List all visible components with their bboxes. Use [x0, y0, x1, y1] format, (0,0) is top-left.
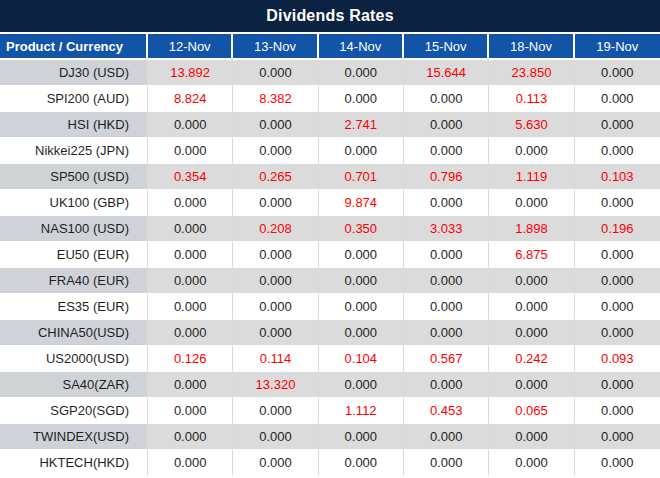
table-row: FRA40 (EUR)0.0000.0000.0000.0000.0000.00… [0, 268, 660, 294]
table-row: SA40(ZAR)0.00013.3200.0000.0000.0000.000 [0, 372, 660, 398]
value-cell: 0.000 [404, 242, 489, 268]
value-cell: 0.000 [148, 268, 233, 294]
header-date-col-3: 14-Nov [319, 34, 404, 60]
value-cell: 0.000 [489, 294, 574, 320]
value-cell: 0.000 [404, 424, 489, 450]
table-row: UK100 (GBP)0.0000.0009.8740.0000.0000.00… [0, 190, 660, 216]
value-cell: 0.000 [148, 190, 233, 216]
product-cell: HKTECH(HKD) [0, 450, 148, 476]
table-row: SGP20(SGD)0.0000.0001.1120.4530.0650.000 [0, 398, 660, 424]
value-cell: 0.000 [404, 138, 489, 164]
product-cell: SGP20(SGD) [0, 398, 148, 424]
value-cell: 0.000 [404, 112, 489, 138]
value-cell: 0.000 [233, 268, 318, 294]
value-cell: 0.000 [233, 138, 318, 164]
header-date-col-4: 15-Nov [404, 34, 489, 60]
table-row: HSI (HKD)0.0000.0002.7410.0005.6300.000 [0, 112, 660, 138]
value-cell: 0.453 [404, 398, 489, 424]
value-cell: 0.242 [489, 346, 574, 372]
value-cell: 0.000 [319, 60, 404, 86]
product-cell: ES35 (EUR) [0, 294, 148, 320]
header-row: Product / Currency12-Nov13-Nov14-Nov15-N… [0, 34, 660, 60]
value-cell: 8.824 [148, 86, 233, 112]
value-cell: 0.000 [233, 424, 318, 450]
value-cell: 0.000 [148, 372, 233, 398]
value-cell: 0.000 [148, 320, 233, 346]
value-cell: 0.796 [404, 164, 489, 190]
value-cell: 0.000 [233, 398, 318, 424]
value-cell: 8.382 [233, 86, 318, 112]
value-cell: 0.000 [148, 242, 233, 268]
dividends-rates-widget: Dividends Rates Product / Currency12-Nov… [0, 0, 660, 476]
value-cell: 0.354 [148, 164, 233, 190]
value-cell: 0.000 [575, 372, 660, 398]
value-cell: 0.126 [148, 346, 233, 372]
product-cell: HSI (HKD) [0, 112, 148, 138]
value-cell: 0.000 [148, 216, 233, 242]
value-cell: 0.000 [404, 86, 489, 112]
value-cell: 0.000 [233, 60, 318, 86]
value-cell: 0.000 [575, 86, 660, 112]
table-row: TWINDEX(USD)0.0000.0000.0000.0000.0000.0… [0, 424, 660, 450]
table-row: US2000(USD)0.1260.1140.1040.5670.2420.09… [0, 346, 660, 372]
header-date-col-2: 13-Nov [233, 34, 318, 60]
table-row: EU50 (EUR)0.0000.0000.0000.0006.8750.000 [0, 242, 660, 268]
value-cell: 0.000 [575, 320, 660, 346]
product-cell: SPI200 (AUD) [0, 86, 148, 112]
table-row: NAS100 (USD)0.0000.2080.3503.0331.8980.1… [0, 216, 660, 242]
value-cell: 15.644 [404, 60, 489, 86]
header-product-currency: Product / Currency [0, 34, 148, 60]
value-cell: 0.000 [489, 138, 574, 164]
value-cell: 0.000 [233, 294, 318, 320]
value-cell: 5.630 [489, 112, 574, 138]
dividends-table: Product / Currency12-Nov13-Nov14-Nov15-N… [0, 34, 660, 476]
value-cell: 0.103 [575, 164, 660, 190]
value-cell: 0.000 [575, 398, 660, 424]
value-cell: 0.000 [575, 294, 660, 320]
value-cell: 0.000 [148, 398, 233, 424]
value-cell: 0.000 [575, 190, 660, 216]
header-date-col-5: 18-Nov [489, 34, 574, 60]
value-cell: 0.000 [575, 268, 660, 294]
value-cell: 0.000 [489, 450, 574, 476]
table-row: CHINA50(USD)0.0000.0000.0000.0000.0000.0… [0, 320, 660, 346]
value-cell: 0.350 [319, 216, 404, 242]
value-cell: 0.000 [148, 294, 233, 320]
value-cell: 0.000 [319, 424, 404, 450]
value-cell: 0.000 [575, 450, 660, 476]
value-cell: 0.104 [319, 346, 404, 372]
value-cell: 0.000 [319, 372, 404, 398]
table-row: ES35 (EUR)0.0000.0000.0000.0000.0000.000 [0, 294, 660, 320]
value-cell: 0.000 [489, 424, 574, 450]
value-cell: 3.033 [404, 216, 489, 242]
value-cell: 0.000 [404, 294, 489, 320]
product-cell: SA40(ZAR) [0, 372, 148, 398]
value-cell: 0.208 [233, 216, 318, 242]
value-cell: 0.000 [575, 424, 660, 450]
value-cell: 0.000 [575, 60, 660, 86]
product-cell: FRA40 (EUR) [0, 268, 148, 294]
product-cell: US2000(USD) [0, 346, 148, 372]
value-cell: 0.113 [489, 86, 574, 112]
header-date-col-1: 12-Nov [148, 34, 233, 60]
product-cell: UK100 (GBP) [0, 190, 148, 216]
value-cell: 13.320 [233, 372, 318, 398]
value-cell: 0.093 [575, 346, 660, 372]
value-cell: 0.000 [319, 294, 404, 320]
value-cell: 6.875 [489, 242, 574, 268]
value-cell: 0.000 [404, 372, 489, 398]
value-cell: 0.000 [148, 138, 233, 164]
table-title: Dividends Rates [0, 0, 660, 32]
product-cell: EU50 (EUR) [0, 242, 148, 268]
value-cell: 1.112 [319, 398, 404, 424]
header-date-col-6: 19-Nov [575, 34, 660, 60]
product-cell: TWINDEX(USD) [0, 424, 148, 450]
value-cell: 23.850 [489, 60, 574, 86]
value-cell: 0.701 [319, 164, 404, 190]
value-cell: 0.000 [148, 450, 233, 476]
value-cell: 1.898 [489, 216, 574, 242]
value-cell: 0.000 [319, 450, 404, 476]
value-cell: 0.000 [489, 190, 574, 216]
table-row: HKTECH(HKD)0.0000.0000.0000.0000.0000.00… [0, 450, 660, 476]
value-cell: 0.000 [319, 242, 404, 268]
